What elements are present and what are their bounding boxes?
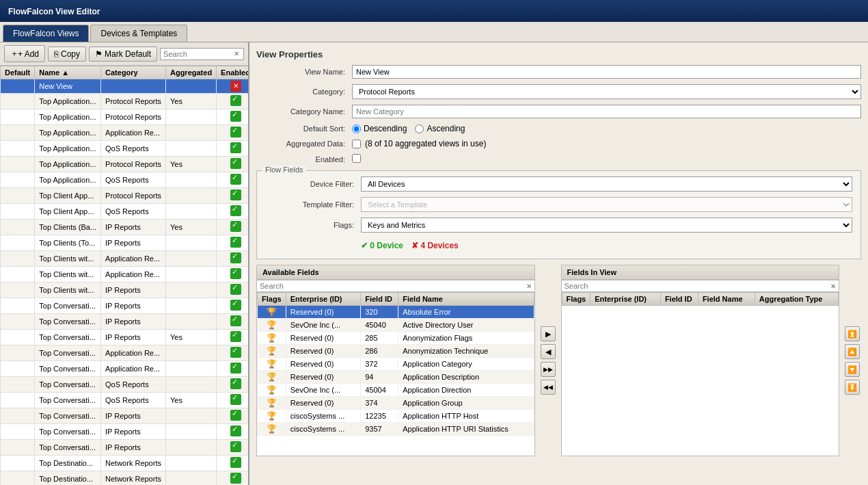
table-row[interactable]: Top Conversati...IP Reports bbox=[1, 440, 249, 456]
available-field-row[interactable]: 🏆SevOne Inc (...45040Active Directory Us… bbox=[258, 319, 534, 332]
fiv-col-aggregation[interactable]: Aggregation Type bbox=[755, 293, 838, 306]
table-row[interactable]: Top Clients wit...IP Reports bbox=[1, 283, 249, 298]
enabled-check-icon bbox=[230, 205, 241, 216]
move-bottom-button[interactable]: ⏬ bbox=[845, 380, 860, 395]
copy-button[interactable]: ⎘ Copy bbox=[48, 47, 86, 62]
table-row[interactable]: Top Application...QoS Reports bbox=[1, 141, 249, 157]
table-row[interactable]: Top Conversati...Application Re... bbox=[1, 361, 249, 377]
view-name-input[interactable] bbox=[352, 65, 861, 79]
enabled-check-icon bbox=[230, 142, 241, 153]
enabled-check-icon bbox=[230, 158, 241, 169]
fiv-col-fieldname[interactable]: Field Name bbox=[698, 293, 755, 306]
cell-name: New View bbox=[35, 79, 101, 94]
category-select[interactable]: Protocol Reports QoS Reports IP Reports … bbox=[352, 84, 861, 99]
table-row[interactable]: New View✕ bbox=[1, 79, 249, 94]
available-field-row[interactable]: 🏆Reserved (0)94Application Description bbox=[258, 371, 534, 384]
af-col-enterprise[interactable]: Enterprise (ID) bbox=[286, 293, 360, 306]
fiv-col-enterprise[interactable]: Enterprise (ID) bbox=[591, 293, 661, 306]
tab-flowfalcon-views[interactable]: FlowFalcon Views bbox=[3, 25, 89, 42]
available-field-row[interactable]: 🏆SevOne Inc (...45004Application Directi… bbox=[258, 384, 534, 397]
table-row[interactable]: Top Conversati...IP Reports bbox=[1, 298, 249, 314]
fields-in-view-search[interactable] bbox=[565, 282, 831, 290]
af-field-name: Active Directory User bbox=[398, 319, 534, 332]
move-left-button[interactable]: ◀ bbox=[541, 344, 556, 359]
table-row[interactable]: Top Conversati...IP Reports bbox=[1, 314, 249, 330]
available-field-row[interactable]: 🏆Reserved (0)320Absolute Error bbox=[258, 306, 534, 319]
enabled-field bbox=[352, 154, 861, 165]
sort-descending-radio[interactable] bbox=[352, 124, 361, 133]
clear-available-search[interactable]: ✕ bbox=[526, 283, 532, 290]
available-field-row[interactable]: 🏆Reserved (0)285Anonymization Flags bbox=[258, 332, 534, 345]
table-row[interactable]: Top Clients (To...IP Reports bbox=[1, 235, 249, 251]
table-row[interactable]: Top Clients wit...Application Re... bbox=[1, 251, 249, 267]
cell-category: IP Reports bbox=[101, 235, 166, 251]
fiv-col-flags[interactable]: Flags bbox=[562, 293, 591, 306]
clear-search-button[interactable]: ✕ bbox=[232, 50, 241, 57]
af-col-fieldname[interactable]: Field Name bbox=[398, 293, 534, 306]
category-name-input[interactable] bbox=[352, 105, 861, 118]
table-row[interactable]: Top Application...QoS Reports bbox=[1, 172, 249, 188]
col-enabled[interactable]: Enabled bbox=[217, 66, 248, 79]
fields-in-view-panel: Fields In View ✕ Flags Enterprise (ID) F… bbox=[561, 265, 840, 456]
available-field-row[interactable]: 🏆Reserved (0)372Application Category bbox=[258, 358, 534, 371]
available-field-row[interactable]: 🏆Reserved (0)286Anonymization Technique bbox=[258, 345, 534, 358]
table-row[interactable]: Top Application...Application Re... bbox=[1, 125, 249, 141]
af-field-name: Application HTTP URI Statistics bbox=[398, 423, 534, 436]
category-name-row: Category Name: bbox=[256, 105, 861, 118]
cell-default bbox=[1, 220, 35, 235]
table-row[interactable]: Top Conversati...IP Reports bbox=[1, 408, 249, 424]
sort-ascending-radio[interactable] bbox=[415, 124, 424, 133]
available-field-row[interactable]: 🏆ciscoSystems ...9357Application HTTP UR… bbox=[258, 423, 534, 436]
table-row[interactable]: Top Application...Protocol ReportsYes bbox=[1, 94, 249, 109]
fiv-col-fieldid[interactable]: Field ID bbox=[660, 293, 698, 306]
col-default[interactable]: Default bbox=[1, 66, 35, 79]
cell-category: IP Reports bbox=[101, 220, 166, 235]
cell-enabled bbox=[217, 235, 248, 251]
col-aggregated[interactable]: Aggregated bbox=[165, 66, 216, 79]
enabled-checkbox[interactable] bbox=[352, 154, 361, 163]
available-fields-search[interactable] bbox=[260, 282, 526, 290]
af-col-fieldid[interactable]: Field ID bbox=[361, 293, 398, 306]
cell-enabled bbox=[217, 251, 248, 267]
table-row[interactable]: Top Conversati...IP Reports bbox=[1, 424, 249, 440]
delete-button[interactable]: ✕ bbox=[230, 81, 241, 92]
aggregated-checkbox[interactable] bbox=[352, 140, 361, 148]
table-row[interactable]: Top Application...Protocol Reports bbox=[1, 109, 249, 125]
cell-default bbox=[1, 267, 35, 283]
table-row[interactable]: Top Conversati...QoS Reports bbox=[1, 377, 249, 393]
fields-in-view-search-row: ✕ bbox=[561, 280, 840, 292]
cell-default bbox=[1, 393, 35, 408]
table-row[interactable]: Top Client App...Protocol Reports bbox=[1, 188, 249, 204]
table-row[interactable]: Top Conversati...IP ReportsYes bbox=[1, 330, 249, 345]
move-up-button[interactable]: 🔼 bbox=[845, 344, 860, 359]
mark-default-button[interactable]: ⚑ Mark Default bbox=[89, 47, 157, 62]
move-all-right-button[interactable]: ▶▶ bbox=[541, 362, 556, 377]
af-col-flags[interactable]: Flags bbox=[258, 293, 286, 306]
add-button[interactable]: ＋ + Add bbox=[4, 45, 45, 62]
move-all-left-button[interactable]: ◀◀ bbox=[541, 380, 556, 395]
table-row[interactable]: Top Application...Protocol ReportsYes bbox=[1, 157, 249, 172]
flags-select[interactable]: Keys and Metrics Keys Only Metrics Only bbox=[361, 218, 852, 233]
category-row: Category: Protocol Reports QoS Reports I… bbox=[256, 84, 861, 99]
template-filter-select[interactable]: Select a Template bbox=[361, 197, 852, 212]
table-row[interactable]: Top Destinatio...Network Reports bbox=[1, 456, 249, 471]
move-right-button[interactable]: ▶ bbox=[541, 326, 556, 341]
table-row[interactable]: Top Conversati...Application Re... bbox=[1, 345, 249, 361]
table-row[interactable]: Top Client App...QoS Reports bbox=[1, 204, 249, 220]
table-row[interactable]: Top Conversati...QoS ReportsYes bbox=[1, 393, 249, 408]
available-field-row[interactable]: 🏆Reserved (0)374Application Group bbox=[258, 397, 534, 410]
move-top-button[interactable]: ⏫ bbox=[845, 326, 860, 341]
table-row[interactable]: Top Destinatio...Network Reports bbox=[1, 471, 249, 486]
col-name[interactable]: Name ▲ bbox=[35, 66, 101, 79]
table-row[interactable]: Top Clients (Ba...IP ReportsYes bbox=[1, 220, 249, 235]
clear-fiv-search[interactable]: ✕ bbox=[830, 283, 836, 290]
cell-aggregated bbox=[165, 188, 216, 204]
device-filter-select[interactable]: All Devices Selected Devices bbox=[361, 176, 852, 192]
table-row[interactable]: Top Clients wit...Application Re... bbox=[1, 267, 249, 283]
search-input[interactable] bbox=[163, 50, 232, 58]
available-field-row[interactable]: 🏆ciscoSystems ...12235Application HTTP H… bbox=[258, 410, 534, 423]
red-x-icon: ✘ bbox=[411, 241, 418, 250]
tab-devices-templates[interactable]: Devices & Templates bbox=[90, 25, 187, 42]
col-category[interactable]: Category bbox=[101, 66, 166, 79]
move-down-button[interactable]: 🔽 bbox=[845, 362, 860, 377]
